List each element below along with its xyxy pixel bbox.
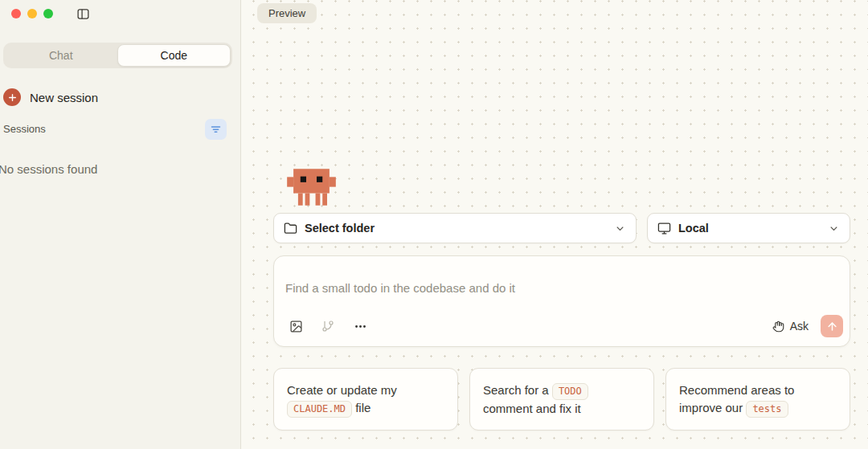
ask-label: Ask — [790, 320, 809, 333]
main-area: Preview Select folder — [242, 0, 868, 449]
prompt-input[interactable] — [274, 256, 850, 303]
mode-switcher: Chat Code — [3, 43, 232, 68]
new-session-label: New session — [30, 91, 98, 104]
image-icon — [289, 320, 303, 333]
code-chip: CLAUDE.MD — [287, 401, 352, 418]
arrow-up-icon — [826, 320, 838, 333]
hand-icon — [772, 320, 784, 333]
more-options-button[interactable] — [349, 315, 371, 337]
code-chip: tests — [746, 401, 788, 418]
tab-preview[interactable]: Preview — [257, 3, 317, 23]
panel-left-icon — [76, 7, 91, 21]
sidebar-toggle-button[interactable] — [73, 6, 92, 22]
zoom-button[interactable] — [43, 9, 53, 18]
folder-select[interactable]: Select folder — [273, 213, 637, 243]
chevron-down-icon — [828, 222, 840, 235]
sessions-header: Sessions — [3, 123, 46, 135]
suggestion-post: file — [352, 401, 371, 414]
suggestion-text: Recommend areas to improve our tests — [679, 382, 837, 418]
window-controls — [11, 9, 53, 18]
sidebar: Chat Code New session Sessions No sessio… — [0, 0, 241, 449]
minimize-button[interactable] — [27, 9, 37, 18]
git-branch-icon — [321, 320, 334, 333]
suggestion-cards: Create or update my CLAUDE.MD file Searc… — [273, 368, 850, 431]
attach-image-button[interactable] — [285, 315, 307, 337]
composer-toolbar: Ask — [274, 306, 850, 346]
titlebar — [0, 0, 240, 27]
suggestion-post: comment and fix it — [483, 402, 581, 415]
code-chip: TODO — [552, 383, 588, 400]
chevron-down-icon — [614, 222, 626, 235]
folder-icon — [284, 222, 297, 235]
suggestion-pre: Search for a — [483, 383, 552, 397]
environment-select-label: Local — [678, 222, 709, 235]
suggestion-pre: Create or update my — [287, 383, 397, 397]
send-button[interactable] — [821, 315, 843, 337]
filter-sessions-button[interactable] — [205, 119, 227, 140]
app-window: Chat Code New session Sessions No sessio… — [0, 0, 868, 449]
selects-row: Select folder Local — [273, 213, 850, 243]
tab-code[interactable]: Code — [117, 44, 231, 67]
filter-icon — [210, 123, 222, 135]
close-button[interactable] — [11, 9, 21, 18]
suggestion-card-claude-md[interactable]: Create or update my CLAUDE.MD file — [273, 368, 458, 431]
composer-actions: Ask — [772, 315, 843, 337]
ask-mode-button[interactable]: Ask — [772, 320, 809, 333]
folder-select-label: Select folder — [305, 222, 375, 235]
sessions-header-row: Sessions — [3, 118, 227, 140]
suggestion-card-todo[interactable]: Search for a TODO comment and fix it — [469, 368, 654, 431]
suggestion-text: Create or update my CLAUDE.MD file — [287, 382, 444, 418]
environment-select[interactable]: Local — [647, 213, 850, 243]
claude-mascot-logo — [285, 165, 338, 210]
suggestion-card-tests[interactable]: Recommend areas to improve our tests — [665, 368, 850, 431]
new-session-button[interactable]: New session — [3, 87, 98, 108]
plus-icon — [3, 88, 21, 106]
monitor-icon — [657, 222, 671, 235]
sessions-empty-state: No sessions found — [0, 162, 97, 176]
tab-chat[interactable]: Chat — [5, 44, 117, 67]
git-branch-button[interactable] — [317, 315, 339, 337]
composer: Ask — [273, 255, 850, 347]
suggestion-text: Search for a TODO comment and fix it — [483, 382, 641, 418]
ellipsis-icon — [354, 320, 367, 333]
